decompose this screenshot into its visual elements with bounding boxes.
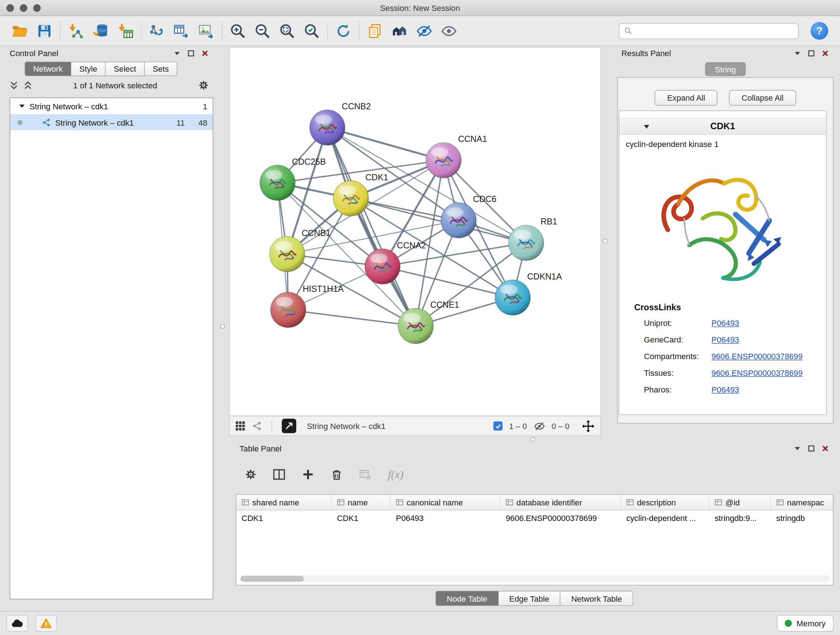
hide-selected-button[interactable] xyxy=(412,19,437,43)
grid-view-icon[interactable] xyxy=(235,421,245,431)
import-network-button[interactable] xyxy=(64,19,88,43)
column-header[interactable]: namespac xyxy=(771,495,833,510)
network-node-CCNB2[interactable] xyxy=(309,110,345,146)
panel-maximize-icon[interactable] xyxy=(807,444,815,452)
panel-maximize-icon[interactable] xyxy=(807,49,815,57)
share-view-icon[interactable] xyxy=(252,421,262,431)
birdseye-navigator-button[interactable] xyxy=(282,419,296,433)
tab-sets[interactable]: Sets xyxy=(145,62,177,76)
tree-row-network[interactable]: String Network – cdk1 11 48 xyxy=(10,114,213,130)
column-header[interactable]: database identifier xyxy=(500,495,621,510)
collapse-section-icon[interactable] xyxy=(643,122,651,130)
table-row[interactable]: CDK1 CDK1 P06493 9606.ENSP00000378699 cy… xyxy=(236,510,833,525)
network-node-CCNA2[interactable] xyxy=(365,249,400,284)
panel-float-icon[interactable] xyxy=(793,444,801,452)
tab-network[interactable]: Network xyxy=(25,62,71,76)
table-cell[interactable]: CDK1 xyxy=(332,513,391,523)
network-node-CCNB1[interactable] xyxy=(270,236,305,272)
table-cell[interactable]: CDK1 xyxy=(236,513,332,523)
import-table-button[interactable] xyxy=(113,19,137,43)
network-node-CDC6[interactable] xyxy=(441,203,477,238)
column-header[interactable]: shared name xyxy=(236,495,332,510)
search-input[interactable] xyxy=(636,27,793,35)
results-tab-string[interactable]: String xyxy=(705,62,746,76)
network-node-RB1[interactable] xyxy=(508,225,544,261)
network-node-HIST1H1A[interactable] xyxy=(271,292,306,328)
table-settings-gear-icon[interactable] xyxy=(245,469,257,480)
add-column-icon[interactable] xyxy=(302,468,315,481)
horizontal-scrollbar[interactable] xyxy=(240,575,830,582)
panel-close-icon[interactable] xyxy=(821,444,829,452)
panel-maximize-icon[interactable] xyxy=(187,49,195,57)
tab-select[interactable]: Select xyxy=(106,62,145,76)
collapse-all-icon[interactable] xyxy=(10,81,19,90)
column-header[interactable]: canonical name xyxy=(391,495,501,510)
memory-button[interactable]: Memory xyxy=(777,615,834,632)
zoom-fit-button[interactable] xyxy=(275,19,300,43)
zoom-out-button[interactable] xyxy=(250,19,275,43)
copy-button[interactable] xyxy=(363,19,387,43)
show-columns-icon[interactable] xyxy=(273,468,286,481)
table-cell[interactable]: stringdb xyxy=(771,513,833,523)
tree-row-collection[interactable]: String Network – cdk1 1 xyxy=(10,98,213,114)
network-canvas[interactable]: CCNB2CCNA1CDC25BCDK1CDC6RB1CCNB1CCNA2CDK… xyxy=(230,48,600,416)
gear-icon[interactable] xyxy=(198,80,209,91)
crosslink-pharos-link[interactable]: P06493 xyxy=(712,385,739,394)
table-cell[interactable]: 9606.ENSP00000378699 xyxy=(500,513,621,523)
tab-style[interactable]: Style xyxy=(71,62,106,76)
column-header[interactable]: @id xyxy=(709,495,771,510)
scrollbar-thumb[interactable] xyxy=(240,576,304,581)
tab-node-table[interactable]: Node Table xyxy=(436,591,499,606)
selected-checkbox-icon[interactable] xyxy=(493,421,502,431)
network-node-CDC25B[interactable] xyxy=(260,165,295,201)
network-node-CCNA1[interactable] xyxy=(426,143,461,178)
warnings-button[interactable] xyxy=(35,615,57,632)
panel-close-icon[interactable] xyxy=(201,49,209,57)
network-node-CCNE1[interactable] xyxy=(398,308,433,344)
expand-all-button[interactable]: Expand All xyxy=(655,90,717,106)
help-button[interactable]: ? xyxy=(811,22,829,40)
expander-icon[interactable] xyxy=(19,103,25,109)
vertical-splitter-handle[interactable] xyxy=(220,324,225,328)
expand-all-icon[interactable] xyxy=(24,81,32,90)
pan-crosshair-icon[interactable] xyxy=(581,419,595,433)
network-node-CDK1[interactable] xyxy=(333,181,369,216)
cloud-status-button[interactable] xyxy=(6,615,28,632)
copy-documents-icon xyxy=(367,23,383,39)
vertical-splitter-handle[interactable] xyxy=(603,239,607,243)
show-all-button[interactable] xyxy=(437,19,461,43)
tab-network-table[interactable]: Network Table xyxy=(561,591,633,606)
crosslink-tissues-link[interactable]: 9606.ENSP00000378699 xyxy=(712,368,803,377)
column-header[interactable]: description xyxy=(621,495,709,510)
crosslink-genecard-link[interactable]: P06493 xyxy=(712,335,739,344)
open-session-button[interactable] xyxy=(8,19,32,43)
function-builder-icon[interactable]: f(x) xyxy=(388,468,403,481)
save-session-button[interactable] xyxy=(32,19,57,43)
close-window-button[interactable] xyxy=(6,4,14,12)
refresh-view-button[interactable] xyxy=(331,19,355,43)
table-cell[interactable]: stringdb:9... xyxy=(709,513,771,523)
table-cell[interactable]: cyclin-dependent ... xyxy=(621,513,709,523)
zoom-window-button[interactable] xyxy=(33,4,41,12)
crosslink-uniprot-link[interactable]: P06493 xyxy=(712,318,739,328)
home-view-button[interactable] xyxy=(387,19,412,43)
zoom-selected-button[interactable] xyxy=(300,19,324,43)
delete-column-trash-icon[interactable] xyxy=(331,469,343,481)
import-network-database-button[interactable] xyxy=(88,19,113,43)
export-table-button[interactable] xyxy=(169,19,194,43)
export-image-button[interactable] xyxy=(194,19,218,43)
gene-section-header[interactable]: CDK1 xyxy=(619,118,826,135)
zoom-in-button[interactable] xyxy=(225,19,250,43)
panel-float-icon[interactable] xyxy=(173,49,181,57)
collapse-all-button[interactable]: Collapse All xyxy=(729,90,796,106)
network-node-CDKN1A[interactable] xyxy=(495,280,531,315)
minimize-window-button[interactable] xyxy=(20,4,27,12)
crosslink-compartments-link[interactable]: 9606.ENSP00000378699 xyxy=(712,352,803,361)
panel-close-icon[interactable] xyxy=(821,49,829,57)
tab-edge-table[interactable]: Edge Table xyxy=(499,591,561,606)
horizontal-splitter-handle[interactable] xyxy=(531,437,535,442)
table-cell[interactable]: P06493 xyxy=(391,513,501,523)
column-header[interactable]: name xyxy=(332,495,391,510)
panel-float-icon[interactable] xyxy=(793,49,801,57)
export-network-button[interactable] xyxy=(145,19,169,43)
